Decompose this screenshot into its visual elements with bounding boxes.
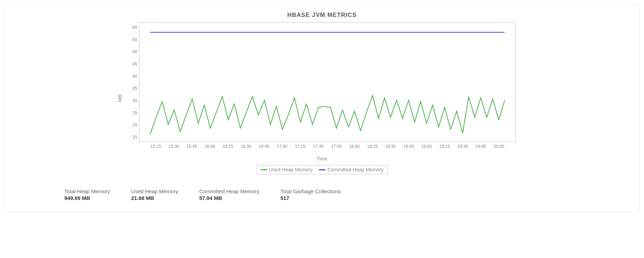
x-tick: 17:30 xyxy=(313,144,324,149)
stat-block: Total Garbage Collections517 xyxy=(280,188,341,201)
stats-row: Total Heap Memory949.69 MBUsed Heap Memo… xyxy=(15,188,629,201)
y-tick: 35 xyxy=(127,86,138,91)
legend-item: Used Heap Memory xyxy=(261,167,313,172)
metrics-panel: HBASE JVM METRICS MB 1520253035404550556… xyxy=(4,4,640,212)
legend-swatch xyxy=(261,169,267,170)
y-axis-label: MB xyxy=(117,95,122,102)
stat-label: Committed Heap Memory xyxy=(199,188,259,194)
x-tick: 15:15 xyxy=(151,144,161,149)
y-tick: 50 xyxy=(127,49,138,54)
x-tick: 16:15 xyxy=(223,144,233,149)
x-tick: 19:45 xyxy=(476,144,486,149)
x-tick: 16:00 xyxy=(205,144,215,149)
legend-swatch xyxy=(319,169,325,170)
legend-label: Used Heap Memory xyxy=(269,167,313,172)
x-tick: 19:30 xyxy=(458,144,468,149)
x-tick: 18:00 xyxy=(349,144,360,149)
y-tick: 30 xyxy=(127,98,138,103)
x-tick: 15:45 xyxy=(186,144,197,149)
chart-wrap: MB 15202530354045505560 15:1515:3015:451… xyxy=(15,22,629,174)
y-tick: 55 xyxy=(127,37,138,42)
stat-block: Used Heap Memory21.68 MB xyxy=(131,188,178,201)
stat-value: 949.69 MB xyxy=(64,195,110,201)
legend-box: Used Heap MemoryCommitted Heap Memory xyxy=(257,165,388,174)
x-tick: 18:30 xyxy=(385,144,396,149)
x-tick: 17:00 xyxy=(277,144,287,149)
chart-plot[interactable] xyxy=(139,22,516,142)
stat-block: Committed Heap Memory57.94 MB xyxy=(199,188,259,201)
series-line xyxy=(150,95,504,134)
x-tick: 20:00 xyxy=(493,144,504,149)
stat-block: Total Heap Memory949.69 MB xyxy=(64,188,110,201)
stat-value: 57.94 MB xyxy=(199,195,259,201)
y-tick: 60 xyxy=(127,24,138,30)
y-tick: 25 xyxy=(127,110,138,115)
stat-value: 517 xyxy=(280,195,341,201)
legend: Used Heap MemoryCommitted Heap Memory xyxy=(129,165,516,174)
plot-area: MB 15202530354045505560 15:1515:3015:451… xyxy=(129,22,516,174)
y-tick: 20 xyxy=(127,122,138,127)
x-tick: 16:30 xyxy=(241,144,251,149)
stat-label: Used Heap Memory xyxy=(131,188,178,194)
chart-title: HBASE JVM METRICS xyxy=(15,12,629,19)
x-tick: 19:15 xyxy=(439,144,450,149)
x-tick: 17:45 xyxy=(331,144,342,149)
x-tick: 18:15 xyxy=(367,144,378,149)
y-tick: 45 xyxy=(127,61,138,66)
x-ticks: 15:1515:3015:4516:0016:1516:3016:4517:00… xyxy=(139,142,516,156)
x-tick: 16:45 xyxy=(259,144,269,149)
x-tick: 18:45 xyxy=(403,144,414,149)
stat-value: 21.68 MB xyxy=(131,195,178,201)
x-tick: 19:00 xyxy=(421,144,432,149)
chart-svg xyxy=(140,23,515,141)
legend-label: Committed Heap Memory xyxy=(327,167,384,172)
legend-item: Committed Heap Memory xyxy=(319,167,384,172)
x-tick: 15:30 xyxy=(168,144,179,149)
y-ticks: 15202530354045505560 xyxy=(127,22,138,142)
x-axis-label: Time xyxy=(129,156,516,162)
stat-label: Total Heap Memory xyxy=(64,188,110,194)
y-tick: 15 xyxy=(127,134,138,140)
x-tick: 17:15 xyxy=(295,144,305,149)
stat-label: Total Garbage Collections xyxy=(280,188,341,194)
y-tick: 40 xyxy=(127,73,138,78)
